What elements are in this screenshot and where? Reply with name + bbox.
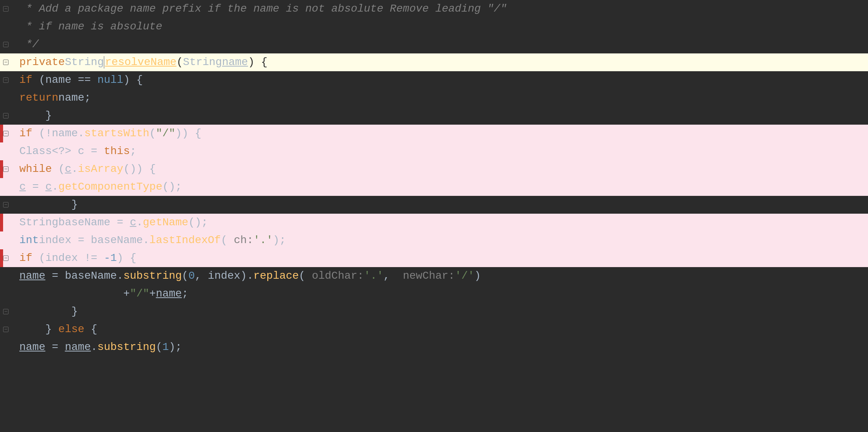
code-content: if (index != -1) { xyxy=(12,249,868,267)
code-line: −private String resolveName(String name)… xyxy=(0,53,868,71)
gutter-left: − xyxy=(0,71,12,89)
code-line: − if (name == null) { xyxy=(0,71,868,89)
fold-arrow-icon[interactable]: − xyxy=(3,6,9,12)
code-line: − * Add a package name prefix if the nam… xyxy=(0,0,868,18)
code-line: String baseName = c.getName(); xyxy=(0,214,868,231)
code-line: +"/"+name; xyxy=(0,285,868,303)
code-content: +"/"+name; xyxy=(12,285,868,303)
gutter-left xyxy=(0,18,12,36)
fold-arrow-icon[interactable]: − xyxy=(3,77,9,83)
code-line: name = baseName.substring(0, index).repl… xyxy=(0,267,868,285)
code-content: } else { xyxy=(12,321,868,338)
code-content: c = c.getComponentType(); xyxy=(12,178,868,196)
fold-arrow-icon[interactable]: − xyxy=(3,131,9,136)
code-line: int index = baseName.lastIndexOf( ch: '.… xyxy=(0,231,868,249)
diff-bar xyxy=(0,125,3,142)
code-content: String baseName = c.getName(); xyxy=(12,214,868,231)
fold-arrow-icon[interactable]: − xyxy=(3,202,9,207)
code-content: } xyxy=(12,196,868,214)
gutter-left xyxy=(0,89,12,107)
fold-arrow-icon[interactable]: − xyxy=(3,327,9,332)
gutter-left xyxy=(0,338,12,356)
gutter-left xyxy=(0,285,12,303)
code-line: − } xyxy=(0,107,868,125)
code-content: * if name is absolute xyxy=(12,18,868,36)
code-line: − if (index != -1) { xyxy=(0,249,868,267)
gutter-left: − xyxy=(0,303,12,321)
code-line: − } xyxy=(0,303,868,321)
fold-arrow-icon[interactable]: − xyxy=(3,113,9,118)
code-content: int index = baseName.lastIndexOf( ch: '.… xyxy=(12,231,868,249)
diff-bar xyxy=(0,249,3,267)
code-line: − } xyxy=(0,196,868,214)
code-line: − while (c.isArray()) { xyxy=(0,160,868,178)
diff-bar xyxy=(0,160,3,178)
code-content: Class<?> c = this; xyxy=(12,142,868,160)
code-line: name = name.substring(1); xyxy=(0,338,868,356)
gutter-left: − xyxy=(0,107,12,125)
code-line: return name; xyxy=(0,89,868,107)
code-line: Class<?> c = this; xyxy=(0,142,868,160)
code-content: while (c.isArray()) { xyxy=(12,160,868,178)
fold-arrow-icon[interactable]: − xyxy=(3,309,9,314)
gutter-left: − xyxy=(0,0,12,18)
code-line: * if name is absolute xyxy=(0,18,868,36)
gutter-left: − xyxy=(0,53,12,71)
code-content: name = baseName.substring(0, index).repl… xyxy=(12,267,868,285)
code-content: private String resolveName(String name) … xyxy=(12,53,868,71)
code-content: return name; xyxy=(12,89,868,107)
gutter-left: − xyxy=(0,36,12,53)
code-content: if (!name.startsWith("/")) { xyxy=(12,125,868,142)
gutter-left: − xyxy=(0,196,12,214)
code-line: − } else { xyxy=(0,321,868,338)
fold-arrow-icon[interactable]: − xyxy=(3,166,9,172)
code-line: − */ xyxy=(0,36,868,53)
diff-bar xyxy=(0,214,3,231)
gutter-left xyxy=(0,178,12,196)
fold-arrow-icon[interactable]: − xyxy=(3,42,9,47)
code-line: c = c.getComponentType(); xyxy=(0,178,868,196)
code-content: } xyxy=(12,303,868,321)
code-content: if (name == null) { xyxy=(12,71,868,89)
gutter-left xyxy=(0,142,12,160)
code-content: */ xyxy=(12,36,868,53)
code-editor: − * Add a package name prefix if the nam… xyxy=(0,0,868,432)
code-content: } xyxy=(12,107,868,125)
code-line: − if (!name.startsWith("/")) { xyxy=(0,125,868,142)
gutter-left xyxy=(0,231,12,249)
code-content: * Add a package name prefix if the name … xyxy=(12,0,868,18)
fold-arrow-icon[interactable]: − xyxy=(3,255,9,261)
fold-arrow-icon[interactable]: − xyxy=(3,60,9,65)
gutter-left: − xyxy=(0,321,12,338)
code-content: name = name.substring(1); xyxy=(12,338,868,356)
gutter-left xyxy=(0,267,12,285)
